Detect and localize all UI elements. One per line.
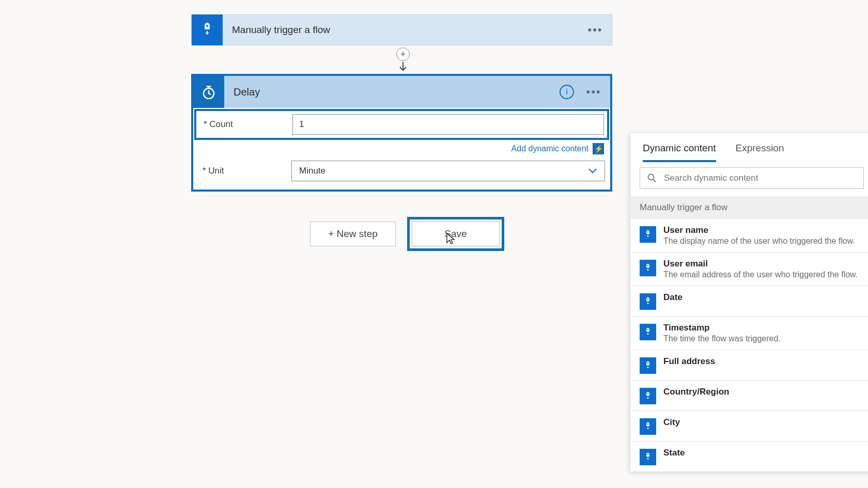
count-row-highlight: * Count	[194, 109, 609, 140]
delay-more-menu[interactable]: •••	[583, 82, 604, 102]
trigger-icon	[640, 324, 656, 340]
dynamic-item[interactable]: Full address	[630, 350, 868, 381]
dynamic-item-title: Country/Region	[663, 387, 730, 397]
unit-label: * Unit	[198, 166, 291, 176]
dynamic-item-title: State	[663, 448, 685, 458]
add-dynamic-content-row[interactable]: Add dynamic content ⚡	[193, 141, 610, 155]
dynamic-item[interactable]: City	[630, 411, 868, 442]
trigger-card[interactable]: Manually trigger a flow •••	[191, 14, 612, 45]
delay-title: Delay	[234, 86, 560, 98]
add-dynamic-content-label: Add dynamic content	[512, 144, 588, 153]
dynamic-item-title: Full address	[663, 356, 715, 367]
dynamic-item-title: City	[663, 417, 680, 428]
info-icon[interactable]: i	[560, 85, 574, 99]
count-label: * Count	[199, 119, 292, 130]
dynamic-items-list: User nameThe display name of the user wh…	[630, 219, 868, 472]
trigger-icon	[640, 388, 656, 404]
save-highlight: Save	[407, 217, 504, 251]
trigger-icon	[640, 293, 656, 310]
trigger-icon	[640, 226, 656, 243]
dynamic-item[interactable]: State	[630, 442, 868, 472]
unit-row: * Unit Minute	[193, 155, 610, 190]
trigger-title: Manually trigger a flow	[232, 24, 585, 36]
footer-buttons: + New step Save	[310, 217, 504, 251]
unit-select[interactable]: Minute	[291, 161, 605, 181]
dynamic-search-input[interactable]	[664, 173, 856, 183]
dynamic-item-title: Date	[663, 292, 683, 303]
trigger-icon	[640, 418, 656, 435]
dynamic-search[interactable]	[640, 167, 864, 189]
add-dynamic-content-icon: ⚡	[593, 143, 604, 154]
dynamic-item[interactable]: TimestampThe time the flow was triggered…	[630, 317, 868, 350]
dynamic-item-desc: The email address of the user who trigge…	[663, 270, 858, 279]
delay-icon	[193, 76, 224, 108]
dynamic-item[interactable]: Date	[630, 286, 868, 317]
new-step-button[interactable]: + New step	[310, 222, 396, 246]
svg-rect-2	[208, 87, 209, 89]
trigger-icon	[640, 449, 656, 465]
dynamic-item[interactable]: Country/Region	[630, 381, 868, 411]
tab-expression[interactable]: Expression	[736, 143, 784, 162]
dynamic-item-desc: The time the flow was triggered.	[663, 334, 781, 343]
delay-header[interactable]: Delay i •••	[193, 76, 610, 108]
tab-dynamic-content[interactable]: Dynamic content	[643, 143, 716, 162]
arrow-down-icon	[398, 62, 408, 72]
trigger-icon	[640, 357, 656, 374]
flow-connector: +	[398, 48, 408, 74]
count-input[interactable]	[292, 114, 604, 135]
svg-point-3	[648, 175, 654, 180]
add-step-inline[interactable]: +	[396, 48, 410, 61]
dynamic-item[interactable]: User nameThe display name of the user wh…	[630, 219, 868, 253]
dynamic-item-title: User name	[663, 225, 855, 235]
unit-value: Minute	[299, 166, 326, 176]
dynamic-item-title: Timestamp	[663, 323, 781, 333]
dynamic-item-title: User email	[663, 259, 858, 269]
delay-card: Delay i ••• * Count Add dynamic content …	[191, 74, 612, 192]
dynamic-item-desc: The display name of the user who trigger…	[663, 237, 855, 246]
svg-rect-1	[207, 86, 211, 87]
chevron-down-icon	[588, 168, 597, 174]
trigger-more-menu[interactable]: •••	[585, 20, 606, 40]
dynamic-item[interactable]: User emailThe email address of the user …	[630, 253, 868, 286]
dynamic-section-title: Manually trigger a flow	[630, 196, 868, 219]
trigger-icon	[192, 14, 223, 45]
trigger-icon	[640, 260, 656, 276]
save-button[interactable]: Save	[412, 222, 500, 246]
dynamic-content-panel: Dynamic content Expression Manually trig…	[630, 133, 868, 472]
search-icon	[647, 174, 657, 183]
